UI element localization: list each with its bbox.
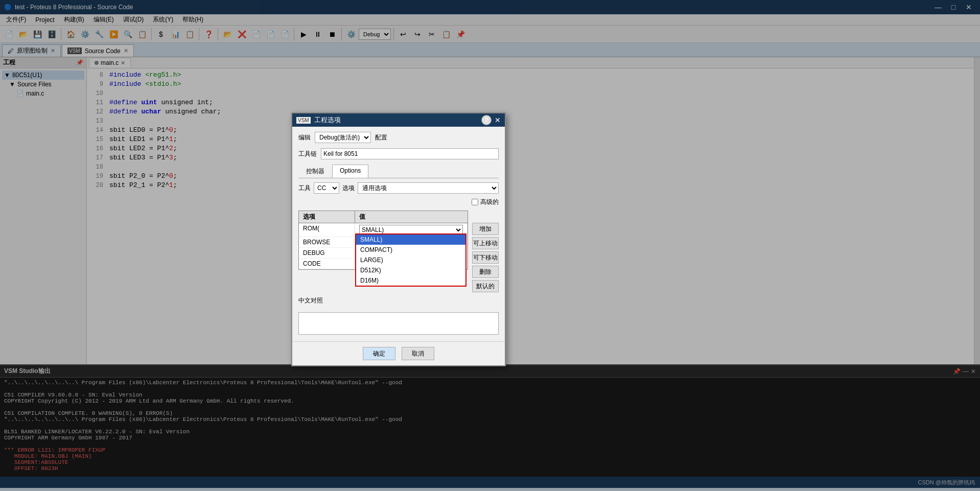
modal-tool-row: 工具 CC 选项 通用选项 — [298, 182, 499, 194]
modal-chinese-row: 中文对照 — [298, 296, 499, 307]
dropdown-item-small[interactable]: SMALL) — [356, 235, 465, 245]
modal-option-select[interactable]: 通用选项 — [358, 182, 499, 194]
modal-inline-dropdown[interactable]: SMALL) COMPACT) LARGE) D512K) D16M) — [355, 233, 466, 287]
modal-cancel-button[interactable]: 取消 — [402, 347, 434, 360]
modal-title-label: VSM 工程选项 — [296, 115, 341, 125]
modal-ok-button[interactable]: 确定 — [363, 347, 395, 360]
modal-tab-options[interactable]: Options — [332, 165, 368, 178]
modal-config-label: 配置 — [375, 133, 387, 142]
modal-toolchain-row: 工具链 — [298, 148, 499, 159]
modal-default-button[interactable]: 默认的 — [472, 280, 499, 292]
modal-table-header: 选项 值 — [299, 211, 468, 223]
modal-tabs: 控制器 Options — [298, 165, 499, 178]
td-browse-option: BROWSE — [299, 237, 355, 247]
modal-project-options: VSM 工程选项 ? ✕ 编辑 Debug(激活的) 配置 工具链 — [291, 112, 506, 366]
modal-col-option: 选项 — [299, 211, 355, 223]
td-rom-option: ROM( — [299, 223, 355, 237]
modal-body: 编辑 Debug(激活的) 配置 工具链 控制器 Options 工具 CC — [292, 127, 505, 341]
dropdown-item-compact[interactable]: COMPACT) — [356, 245, 465, 255]
modal-toolchain-input[interactable] — [321, 148, 499, 159]
modal-advanced-checkbox[interactable] — [472, 199, 478, 205]
modal-option-label: 选项 — [342, 184, 355, 193]
modal-toolchain-label: 工具链 — [298, 150, 317, 158]
modal-footer: 确定 取消 — [292, 341, 505, 365]
dropdown-item-d512k[interactable]: D512K) — [356, 265, 465, 275]
modal-build-label: 编辑 — [298, 133, 311, 142]
dropdown-item-large[interactable]: LARGE) — [356, 255, 465, 265]
modal-build-row: 编辑 Debug(激活的) 配置 — [298, 132, 499, 143]
td-debug-option: DEBUG — [299, 248, 355, 258]
modal-overlay[interactable]: VSM 工程选项 ? ✕ 编辑 Debug(激活的) 配置 工具链 — [0, 0, 980, 491]
modal-chinese-textarea[interactable] — [298, 312, 499, 335]
modal-add-button[interactable]: 增加 — [472, 223, 499, 235]
modal-col-value: 值 — [355, 211, 468, 223]
modal-tool-label: 工具 — [298, 184, 311, 193]
modal-right-buttons: 增加 可上移动 可下移动 删除 默认的 — [472, 211, 499, 292]
modal-table-area: 选项 值 ROM( SMALL) — [298, 211, 468, 270]
modal-advanced-label: 高级的 — [480, 198, 499, 206]
modal-build-select[interactable]: Debug(激活的) — [315, 132, 371, 143]
td-code-option: CODE — [299, 259, 355, 269]
modal-advanced-row: 高级的 — [298, 198, 499, 206]
modal-tool-select[interactable]: CC — [314, 182, 339, 194]
modal-help-button[interactable]: ? — [481, 115, 492, 125]
modal-table: 选项 值 ROM( SMALL) — [298, 211, 468, 292]
modal-title-bar: VSM 工程选项 ? ✕ — [292, 113, 505, 127]
modal-delete-button[interactable]: 删除 — [472, 266, 499, 278]
dropdown-item-d16m[interactable]: D16M) — [356, 275, 465, 286]
modal-movedown-button[interactable]: 可下移动 — [472, 251, 499, 264]
modal-table-container: 选项 值 ROM( SMALL) — [298, 211, 499, 292]
modal-chinese-label: 中文对照 — [298, 296, 323, 305]
modal-table-rows: ROM( SMALL) SMALL) COMPACT) — [299, 223, 468, 269]
table-row-rom[interactable]: ROM( SMALL) SMALL) COMPACT) — [299, 223, 468, 237]
modal-close-button[interactable]: ✕ — [495, 116, 501, 124]
modal-moveup-button[interactable]: 可上移动 — [472, 237, 499, 249]
modal-tab-controller[interactable]: 控制器 — [298, 165, 332, 178]
